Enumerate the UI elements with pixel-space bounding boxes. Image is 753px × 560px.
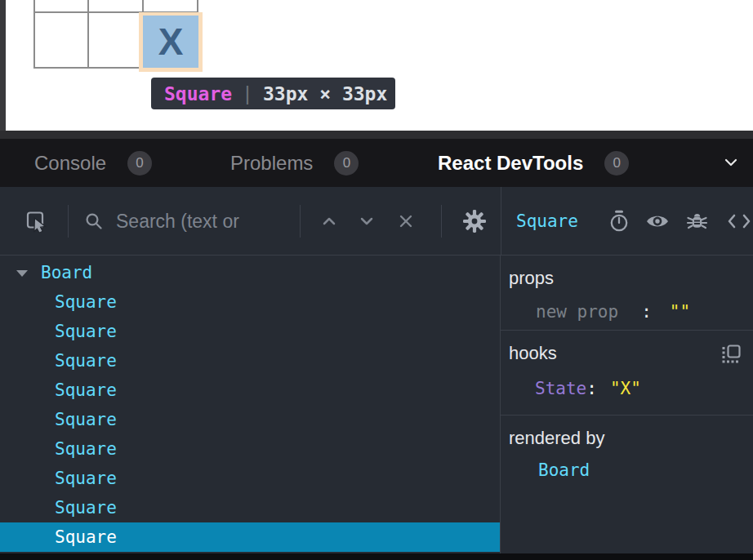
search-input[interactable] [114,187,296,256]
new-prop-input[interactable]: new prop [536,302,618,322]
component-tree: Board Square Square Square Square Square… [0,256,501,553]
tree-row-label: Square [55,322,117,341]
screenshot-root: X Square | 33px × 33px Console 0 Problem… [0,0,753,560]
tree-row-square[interactable]: Square [0,493,500,522]
eye-inspect-icon[interactable] [645,211,670,231]
toolbar-divider [300,205,301,238]
hook-state-label: State [535,379,586,398]
tree-row-label: Square [55,410,117,429]
search-clear-icon[interactable] [397,212,415,230]
tooltip-dimensions: 33px × 33px [263,83,387,104]
tree-row-board[interactable]: Board [0,258,500,287]
tree-row-label: Square [55,527,117,547]
hooks-title: hooks [509,343,557,364]
devtools-toolbar: Square [0,187,753,256]
props-row: new prop : "" [509,302,742,322]
tab-problems-badge: 0 [334,151,359,176]
settings-gear-icon[interactable] [462,209,487,233]
hook-state-value[interactable]: "X" [610,379,641,398]
devtools-top-border [0,131,753,139]
tab-console[interactable]: Console 0 [34,139,152,187]
tree-row-square[interactable]: Square [0,346,500,376]
browser-page: X Square | 33px × 33px [0,0,753,131]
tree-row-label: Square [55,469,117,488]
window-bottom-edge [0,553,753,560]
toolbar-divider [68,205,69,238]
tree-row-square[interactable]: Square [0,376,500,405]
rendered-by-board-link[interactable]: Board [538,460,590,480]
grid-line [33,0,35,69]
tree-row-square[interactable]: Square [0,317,500,346]
square-cell-value: X [158,20,184,64]
devtools-tab-bar: Console 0 Problems 0 React DevTools 0 [0,139,753,187]
rendered-by-row: Board [509,460,742,480]
tab-problems-label: Problems [230,152,313,175]
tree-row-square-selected[interactable]: Square [0,522,500,552]
tree-row-label: Board [41,263,92,282]
props-section: props new prop : "" [501,256,753,331]
chevron-down-icon[interactable] [722,153,740,171]
square-cell-highlighted[interactable]: X [143,16,198,68]
devtools-content: Board Square Square Square Square Square… [0,256,753,553]
profiler-timer-icon[interactable] [608,210,630,233]
hooks-state-row: State: "X" [509,379,742,398]
toolbar-right: Square [501,187,753,255]
tab-react-devtools[interactable]: React DevTools 0 [438,139,629,187]
parse-hook-names-icon[interactable] [721,344,742,364]
tree-row-label: Square [55,380,117,400]
grid-line [87,0,89,69]
expand-triangle-icon[interactable] [16,270,28,277]
hooks-colon: : [586,379,597,398]
view-source-code-icon[interactable] [727,212,751,230]
search-next-icon[interactable] [358,212,376,230]
tree-row-square[interactable]: Square [0,287,500,317]
toolbar-divider [441,205,442,238]
inspect-highlight-margin: X [139,12,203,72]
inspect-element-icon[interactable] [25,210,47,232]
tree-row-label: Square [55,351,117,371]
window-left-edge [0,0,6,131]
tab-console-badge: 0 [127,151,152,176]
tree-row-label: Square [55,498,117,518]
selected-component-name: Square [516,211,578,231]
tree-row-square[interactable]: Square [0,464,500,493]
search-icon [84,211,104,231]
inspect-tooltip: Square | 33px × 33px [151,78,395,109]
tab-react-devtools-badge: 0 [604,151,629,176]
rendered-by-title: rendered by [509,428,742,449]
props-title: props [509,268,742,289]
tree-row-square[interactable]: Square [0,434,500,464]
new-prop-value-input[interactable]: "" [670,302,690,322]
tooltip-separator: | [242,83,253,104]
react-devtools-panel: Square [0,187,753,553]
bug-debug-icon[interactable] [686,210,708,232]
tree-row-label: Square [55,292,117,312]
props-colon: : [641,302,652,322]
tooltip-component-name: Square [164,83,232,104]
hooks-section: hooks [501,331,753,416]
search-prev-icon[interactable] [320,212,338,230]
toolbar-left [0,187,501,255]
tab-problems[interactable]: Problems 0 [230,139,359,187]
tab-react-devtools-label: React DevTools [438,152,583,175]
tree-row-label: Square [55,439,117,459]
component-details: props new prop : "" hooks [501,256,753,553]
tab-console-label: Console [34,152,106,175]
rendered-by-section: rendered by Board [501,416,753,553]
tree-row-square[interactable]: Square [0,405,500,434]
